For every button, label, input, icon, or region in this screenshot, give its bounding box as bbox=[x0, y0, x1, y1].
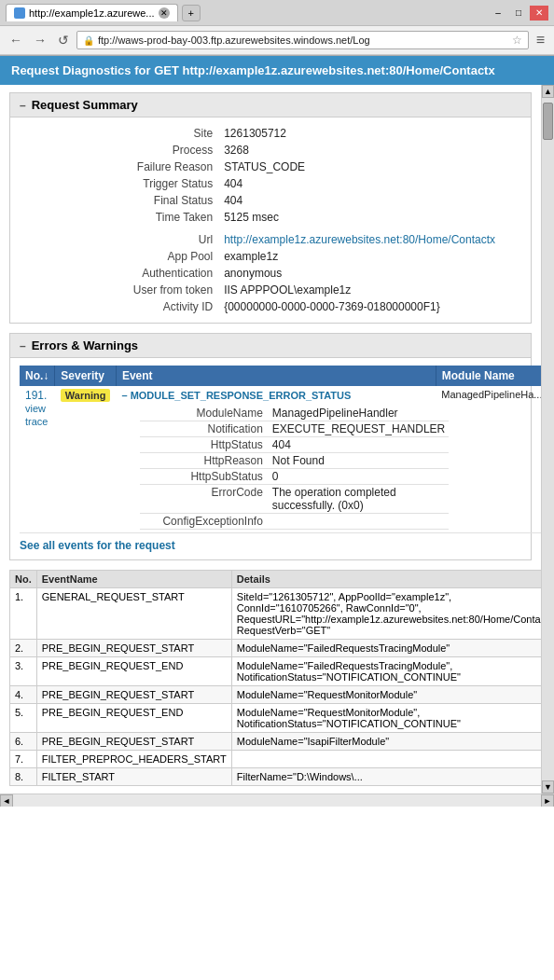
close-button[interactable]: ✕ bbox=[530, 6, 548, 21]
event-name: GENERAL_REQUEST_START bbox=[36, 588, 231, 640]
event-details: ModuleName="IsapiFilterModule" bbox=[231, 733, 541, 751]
forward-button[interactable]: → bbox=[30, 31, 50, 49]
see-all-events-link[interactable]: See all events for the request bbox=[20, 539, 521, 552]
app-pool-value: example1z bbox=[220, 248, 521, 265]
config-exception-value bbox=[269, 514, 449, 530]
errors-warnings-title: Errors & Warnings bbox=[32, 338, 138, 352]
errors-warnings-header: – Errors & Warnings bbox=[10, 334, 531, 358]
lock-icon: 🔒 bbox=[83, 35, 94, 46]
final-status-value: 404 bbox=[220, 192, 521, 209]
horizontal-scrollbar[interactable]: ◄ ► bbox=[0, 794, 554, 807]
request-summary-content: Site 1261305712 Process 3268 Failure Rea… bbox=[10, 117, 531, 323]
table-row: User from token IIS APPPOOL\example1z bbox=[20, 282, 521, 298]
event-name: PRE_BEGIN_REQUEST_START bbox=[36, 686, 231, 704]
event-name: PRE_BEGIN_REQUEST_END bbox=[36, 657, 231, 686]
process-value: 3268 bbox=[220, 142, 521, 159]
event-no: 6. bbox=[10, 733, 37, 751]
events-col-details: Details bbox=[231, 571, 541, 588]
activity-id-value: {00000000-0000-0000-7369-018000000F1} bbox=[220, 298, 521, 315]
title-bar: http://example1z.azurewe... ✕ + – □ ✕ bbox=[0, 0, 554, 26]
app-pool-label: App Pool bbox=[20, 248, 220, 265]
tab-close-button[interactable]: ✕ bbox=[159, 7, 170, 19]
error-code-label: ErrorCode bbox=[140, 485, 268, 514]
warning-badge: Warning bbox=[61, 389, 111, 402]
table-row: Process 3268 bbox=[20, 142, 521, 159]
collapse-icon[interactable]: – bbox=[20, 99, 26, 112]
scroll-right-button[interactable]: ► bbox=[541, 794, 554, 807]
module-name-label: ModuleName bbox=[140, 406, 268, 421]
table-row: Final Status 404 bbox=[20, 192, 521, 209]
request-summary-section: – Request Summary Site 1261305712 Proces… bbox=[9, 92, 532, 324]
address-bar[interactable]: 🔒 ftp://waws-prod-bay-003.ftp.azurewebsi… bbox=[76, 31, 529, 49]
col-severity: Severity bbox=[55, 366, 117, 386]
scroll-left-button[interactable]: ◄ bbox=[0, 794, 13, 807]
table-row: 8. FILTER_START FilterName="D:\Windows\.… bbox=[10, 768, 542, 786]
star-icon[interactable]: ☆ bbox=[512, 34, 522, 47]
back-button[interactable]: ← bbox=[6, 31, 26, 49]
time-taken-label: Time Taken bbox=[20, 209, 220, 226]
event-name-link[interactable]: – MODULE_SET_RESPONSE_ERROR_STATUS bbox=[121, 390, 351, 401]
event-no: 5. bbox=[10, 704, 37, 733]
http-reason-label: HttpReason bbox=[140, 453, 268, 469]
maximize-button[interactable]: □ bbox=[509, 6, 528, 21]
url-value: http://example1z.azurewebsites.net:80/Ho… bbox=[220, 231, 521, 248]
config-exception-label: ConfigExceptionInfo bbox=[140, 514, 268, 530]
table-row: Activity ID {00000000-0000-0000-7369-018… bbox=[20, 298, 521, 315]
page-header: Request Diagnostics for GET http://examp… bbox=[0, 56, 554, 85]
row-number: 191. view trace bbox=[20, 386, 55, 533]
http-substatus-label: HttpSubStatus bbox=[140, 469, 268, 485]
event-no: 8. bbox=[10, 768, 37, 786]
events-header-row: No. EventName Details Time bbox=[10, 571, 542, 588]
view-trace-link[interactable]: view trace bbox=[25, 403, 48, 427]
event-cell: – MODULE_SET_RESPONSE_ERROR_STATUS Modul… bbox=[116, 386, 436, 533]
severity-cell: Warning bbox=[55, 386, 117, 533]
module-name-value: ManagedPipelineHandler bbox=[269, 406, 449, 421]
refresh-button[interactable]: ↺ bbox=[54, 31, 73, 49]
process-label: Process bbox=[20, 142, 220, 159]
module-name-col: ManagedPipelineHa... bbox=[436, 386, 541, 533]
vertical-scrollbar[interactable]: ▲ ▼ bbox=[541, 85, 554, 794]
url-label: Url bbox=[20, 231, 220, 248]
menu-button[interactable]: ≡ bbox=[533, 30, 548, 50]
request-summary-header: – Request Summary bbox=[10, 93, 531, 117]
minimize-button[interactable]: – bbox=[489, 6, 507, 21]
scroll-down-button[interactable]: ▼ bbox=[542, 780, 554, 794]
sub-detail-table: ModuleName ManagedPipelineHandler Notifi… bbox=[140, 406, 449, 530]
url-link[interactable]: http://example1z.azurewebsites.net:80/Ho… bbox=[224, 233, 495, 246]
new-tab-button[interactable]: + bbox=[182, 5, 201, 21]
table-row: 3. PRE_BEGIN_REQUEST_END ModuleName="Fai… bbox=[10, 657, 542, 686]
nav-bar: ← → ↺ 🔒 ftp://waws-prod-bay-003.ftp.azur… bbox=[0, 26, 554, 55]
user-token-label: User from token bbox=[20, 282, 220, 298]
table-row: Url http://example1z.azurewebsites.net:8… bbox=[20, 231, 521, 248]
sub-detail-row: Notification EXECUTE_REQUEST_HANDLER bbox=[140, 421, 449, 437]
event-no: 4. bbox=[10, 686, 37, 704]
http-reason-value: Not Found bbox=[269, 453, 449, 469]
event-details: ModuleName="RequestMonitorModule" bbox=[231, 686, 541, 704]
ew-collapse-icon[interactable]: – bbox=[20, 339, 26, 352]
table-row: App Pool example1z bbox=[20, 248, 521, 265]
table-row: 6. PRE_BEGIN_REQUEST_START ModuleName="I… bbox=[10, 733, 542, 751]
errors-warnings-table: No.↓ Severity Event Module Name 191. vie… bbox=[20, 366, 541, 533]
window-controls: – □ ✕ bbox=[489, 6, 548, 21]
events-table: No. EventName Details Time 1. GENERAL_RE… bbox=[9, 570, 541, 786]
scroll-up-button[interactable]: ▲ bbox=[542, 85, 554, 98]
table-row: Site 1261305712 bbox=[20, 125, 521, 142]
events-col-event: EventName bbox=[36, 571, 231, 588]
table-row: Time Taken 5125 msec bbox=[20, 209, 521, 226]
events-col-no: No. bbox=[10, 571, 37, 588]
active-tab[interactable]: http://example1z.azurewe... ✕ bbox=[6, 4, 178, 21]
event-no: 2. bbox=[10, 640, 37, 657]
failure-reason-label: Failure Reason bbox=[20, 159, 220, 175]
content-area: – Request Summary Site 1261305712 Proces… bbox=[0, 85, 554, 794]
scroll-thumb[interactable] bbox=[543, 103, 553, 140]
sub-detail-row: HttpReason Not Found bbox=[140, 453, 449, 469]
auth-label: Authentication bbox=[20, 265, 220, 282]
trigger-status-label: Trigger Status bbox=[20, 175, 220, 192]
tab-favicon bbox=[14, 7, 25, 19]
request-summary-title: Request Summary bbox=[32, 98, 138, 112]
event-details bbox=[231, 751, 541, 768]
event-details: ModuleName="FailedRequestsTracingModule"… bbox=[231, 657, 541, 686]
http-substatus-value: 0 bbox=[269, 469, 449, 485]
h-scroll-track bbox=[13, 794, 541, 807]
errors-warnings-section: – Errors & Warnings No.↓ Severity Event … bbox=[9, 333, 532, 560]
